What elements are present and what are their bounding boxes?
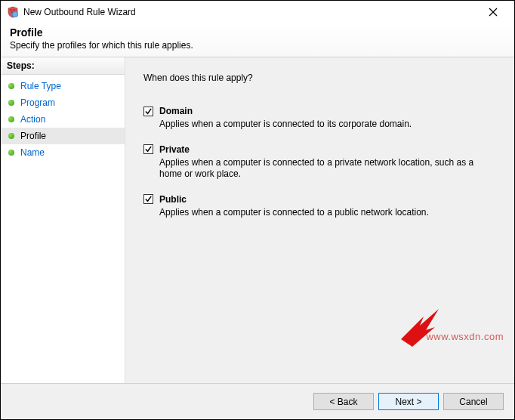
annotation-arrow-icon xyxy=(397,309,443,347)
wizard-footer: < Back Next > Cancel xyxy=(1,383,514,419)
steps-heading: Steps: xyxy=(1,57,125,75)
option-description: Applies when a computer is connected to … xyxy=(159,207,476,219)
step-label: Rule Type xyxy=(20,81,61,91)
wizard-window: New Outbound Rule Wizard Profile Specify… xyxy=(0,0,515,420)
content-panel: When does this rule apply? Domain Applie… xyxy=(125,57,514,383)
bullet-icon xyxy=(8,100,14,106)
option-label: Public xyxy=(159,194,187,205)
step-label: Action xyxy=(20,114,45,125)
svg-marker-7 xyxy=(401,309,439,347)
checkbox-private[interactable] xyxy=(143,144,153,154)
check-icon xyxy=(144,107,153,116)
svg-rect-1 xyxy=(13,9,15,11)
step-program[interactable]: Program xyxy=(1,94,125,111)
bullet-icon xyxy=(8,116,14,122)
bullet-icon xyxy=(8,83,14,89)
step-label: Name xyxy=(20,147,45,158)
cancel-button[interactable]: Cancel xyxy=(443,393,504,410)
step-profile[interactable]: Profile xyxy=(1,128,125,144)
svg-point-4 xyxy=(13,12,17,17)
titlebar: New Outbound Rule Wizard xyxy=(1,1,514,23)
option-description: Applies when a computer is connected to … xyxy=(159,157,476,181)
watermark-text: www.wsxdn.com xyxy=(426,331,504,342)
step-rule-type[interactable]: Rule Type xyxy=(1,78,125,94)
svg-rect-0 xyxy=(10,9,12,11)
checkbox-public[interactable] xyxy=(143,194,153,204)
step-label: Program xyxy=(20,97,55,108)
check-icon xyxy=(144,195,153,203)
option-label: Private xyxy=(159,144,190,155)
next-button[interactable]: Next > xyxy=(378,393,439,410)
check-icon xyxy=(144,145,153,153)
checkbox-domain[interactable] xyxy=(143,107,153,116)
steps-list: Rule Type Program Action Profile Name xyxy=(1,75,125,164)
window-title: New Outbound Rule Wizard xyxy=(23,7,478,17)
option-label: Domain xyxy=(159,106,193,116)
option-public: Public Applies when a computer is connec… xyxy=(143,194,496,219)
question-text: When does this rule apply? xyxy=(143,73,496,83)
bullet-icon xyxy=(8,133,14,139)
close-button[interactable] xyxy=(478,2,508,23)
close-icon xyxy=(489,8,498,17)
firewall-icon xyxy=(7,6,19,18)
page-title: Profile xyxy=(10,26,505,39)
option-private: Private Applies when a computer is conne… xyxy=(143,144,496,181)
wizard-body: Steps: Rule Type Program Action Profile xyxy=(1,57,514,383)
back-button[interactable]: < Back xyxy=(313,393,374,410)
step-name[interactable]: Name xyxy=(1,144,125,161)
bullet-icon xyxy=(8,150,14,156)
option-description: Applies when a computer is connected to … xyxy=(159,119,476,131)
page-subtitle: Specify the profiles for which this rule… xyxy=(10,40,505,51)
wizard-header: Profile Specify the profiles for which t… xyxy=(1,23,514,57)
option-domain: Domain Applies when a computer is connec… xyxy=(143,106,496,131)
step-label: Profile xyxy=(20,131,46,141)
step-action[interactable]: Action xyxy=(1,111,125,128)
steps-sidebar: Steps: Rule Type Program Action Profile xyxy=(1,57,125,383)
